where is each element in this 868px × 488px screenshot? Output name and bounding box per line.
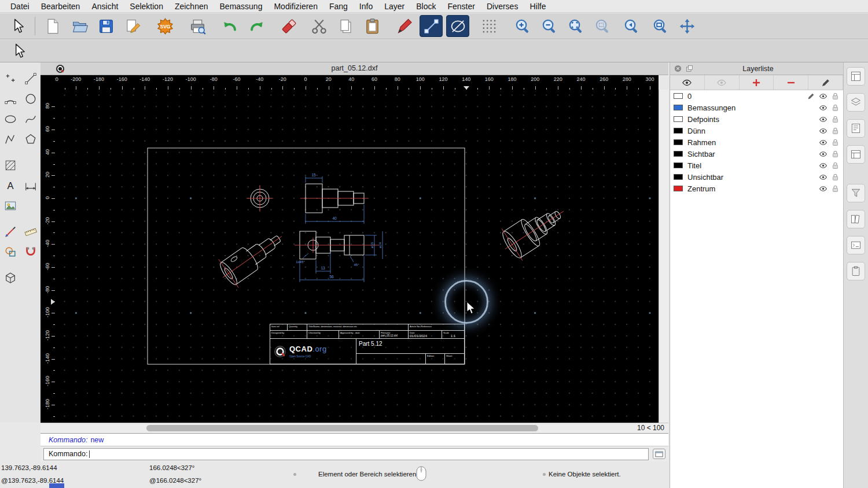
layer-lock-icon[interactable] [831, 138, 840, 147]
spline-tool-button[interactable] [21, 110, 39, 128]
layer-visibility-icon[interactable] [819, 150, 827, 158]
command-input[interactable]: Kommando: [43, 448, 649, 460]
layer-lock-icon[interactable] [831, 150, 840, 158]
property-editor-dock-button[interactable] [847, 67, 865, 86]
open-file-button[interactable] [68, 15, 91, 37]
iso-view-tool-button[interactable] [1, 269, 19, 287]
drawing-canvas[interactable]: 15 40 [55, 90, 659, 423]
layer-row-rahmen[interactable]: Rahmen [670, 136, 843, 148]
layer-row-unsichtbar[interactable]: Unsichtbar [670, 171, 843, 183]
save-file-button[interactable] [94, 15, 117, 37]
menu-datei[interactable]: Datei [5, 2, 35, 11]
layer-visibility-icon[interactable] [819, 184, 827, 193]
menu-block[interactable]: Block [410, 2, 442, 11]
view-list-dock-button[interactable] [847, 145, 865, 164]
layer-row-zentrum[interactable]: Zentrum [670, 183, 843, 194]
info-tool-button[interactable] [1, 223, 19, 241]
command-options-button[interactable] [653, 449, 665, 459]
selection-filter-dock-button[interactable] [847, 184, 865, 202]
panel-float-icon[interactable] [685, 64, 694, 73]
line2-tool-button[interactable] [21, 69, 39, 87]
zoom-window-button[interactable] [649, 15, 672, 37]
layer-lock-icon[interactable] [831, 115, 840, 124]
polyline-tool-button[interactable] [1, 130, 19, 148]
cut-button[interactable] [307, 15, 330, 37]
line-tool-button[interactable] [420, 15, 443, 37]
menu-ansicht[interactable]: Ansicht [86, 2, 124, 11]
delete-entity-button[interactable] [277, 15, 300, 37]
add-layer-button[interactable] [740, 75, 774, 90]
svg-export-button[interactable]: SVG [153, 15, 176, 37]
new-file-button[interactable] [41, 15, 64, 37]
dimension-tool-button[interactable] [21, 176, 39, 194]
zoom-out-button[interactable] [538, 15, 561, 37]
layer-row-bemassungen[interactable]: Bemassungen [670, 102, 843, 113]
menu-hilfe[interactable]: Hilfe [524, 2, 551, 11]
layer-lock-icon[interactable] [831, 92, 840, 101]
redo-button[interactable] [245, 15, 268, 37]
layer-visibility-icon[interactable] [819, 127, 827, 135]
image-tool-button[interactable] [1, 197, 19, 215]
draw-pen-button[interactable] [393, 15, 416, 37]
grid-toggle-button[interactable] [477, 15, 501, 37]
ruler-tool-button[interactable] [21, 223, 39, 241]
layer-row-defpoints[interactable]: Defpoints [670, 113, 843, 125]
clipboard-panel-dock-button[interactable] [847, 262, 865, 280]
pan-button[interactable] [675, 15, 698, 37]
horizontal-scrollbar[interactable]: 10 < 100 [41, 423, 668, 433]
menu-fang[interactable]: Fang [323, 2, 354, 11]
menu-zeichnen[interactable]: Zeichnen [169, 2, 214, 11]
menu-layer[interactable]: Layer [378, 2, 410, 11]
edit-layer-button[interactable] [808, 75, 843, 90]
layer-visibility-icon[interactable] [819, 115, 827, 124]
cursor-arrow-button[interactable] [6, 15, 29, 37]
show-all-layers-button[interactable] [670, 75, 705, 90]
panel-close-icon[interactable] [674, 64, 682, 73]
library-browser-dock-button[interactable] [847, 210, 865, 228]
zoom-in-button[interactable] [511, 15, 534, 37]
layer-row-sichtbar[interactable]: Sichtbar [670, 148, 843, 160]
ellipse-slash-tool-button[interactable] [446, 15, 469, 37]
layer-row-0[interactable]: 0 [670, 90, 843, 102]
block-list-dock-button[interactable] [847, 119, 865, 138]
selection-tool-button[interactable] [7, 40, 30, 62]
hide-all-layers-button[interactable] [705, 75, 740, 90]
circle-tool-button[interactable] [21, 90, 39, 108]
layer-list-dock-button[interactable] [847, 93, 865, 112]
arc-tool-button[interactable] [1, 90, 19, 108]
paste-button[interactable] [361, 15, 384, 37]
layer-lock-icon[interactable] [831, 184, 840, 193]
auto-zoom-button[interactable] [564, 15, 587, 37]
layer-visibility-icon[interactable] [819, 92, 827, 101]
remove-layer-button[interactable] [774, 75, 808, 90]
layer-visibility-icon[interactable] [819, 138, 827, 147]
edit-drawing-button[interactable] [121, 15, 144, 37]
menu-diverses[interactable]: Diverses [481, 2, 524, 11]
polygon-tool-button[interactable] [21, 130, 39, 148]
command-widgets-dock-button[interactable] [847, 236, 865, 254]
print-preview-button[interactable] [186, 15, 209, 37]
layer-lock-icon[interactable] [831, 161, 840, 170]
layer-row-dünn[interactable]: Dünn [670, 125, 843, 136]
ellipse-tool-button[interactable] [1, 110, 19, 128]
layer-lock-icon[interactable] [831, 127, 840, 135]
layer-lock-icon[interactable] [831, 103, 840, 112]
text-tool-button[interactable]: A [1, 176, 19, 194]
menu-bearbeiten[interactable]: Bearbeiten [35, 2, 86, 11]
shape-tool-button[interactable] [1, 243, 19, 261]
layer-row-titel[interactable]: Titel [670, 160, 843, 171]
vertical-scrollbar[interactable] [659, 90, 668, 423]
undo-button[interactable] [218, 15, 241, 37]
menu-info[interactable]: Info [354, 2, 378, 11]
layer-visibility-icon[interactable] [819, 161, 827, 170]
layer-visibility-icon[interactable] [819, 173, 827, 182]
horizontal-scrollbar-thumb[interactable] [146, 425, 538, 431]
layer-lock-icon[interactable] [831, 173, 840, 182]
menu-modifizieren[interactable]: Modifizieren [268, 2, 323, 11]
menu-fenster[interactable]: Fenster [442, 2, 480, 11]
previous-view-button[interactable] [620, 15, 643, 37]
hatch-tool-button[interactable] [1, 156, 19, 174]
copy-button[interactable] [334, 15, 357, 37]
point-tool-button[interactable] [1, 69, 19, 87]
menu-selektion[interactable]: Selektion [124, 2, 169, 11]
